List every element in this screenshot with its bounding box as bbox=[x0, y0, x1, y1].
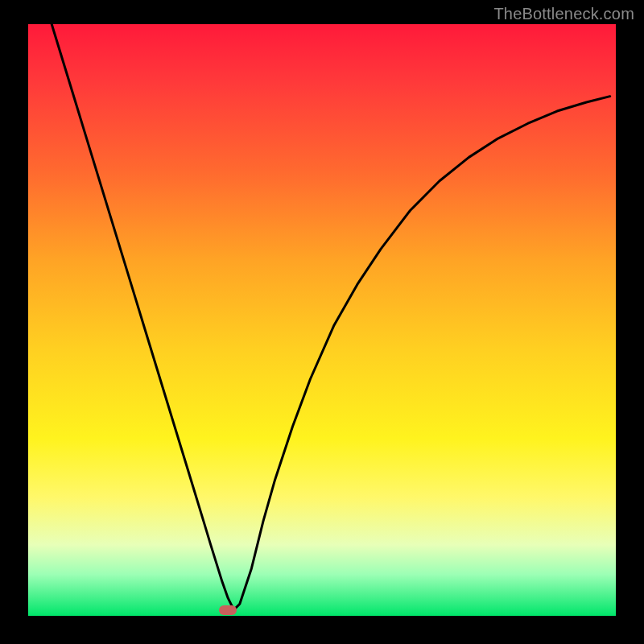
watermark-text: TheBottleneck.com bbox=[493, 5, 634, 23]
bottleneck-curve bbox=[28, 24, 616, 616]
plot-area bbox=[28, 24, 616, 616]
optimal-point-marker bbox=[219, 605, 237, 615]
chart-frame: TheBottleneck.com bbox=[0, 0, 644, 644]
